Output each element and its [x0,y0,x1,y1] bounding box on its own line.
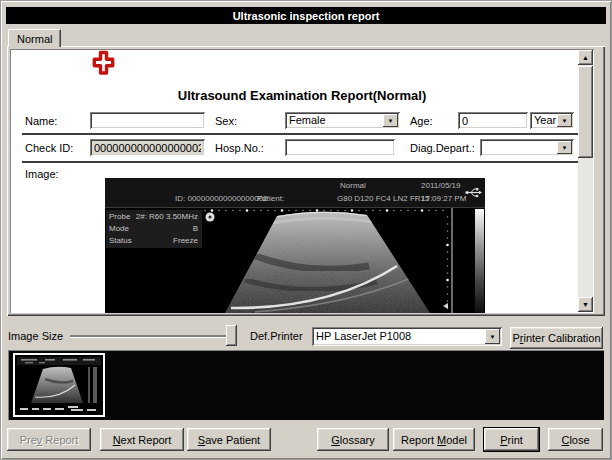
scroll-down-button[interactable]: ▼ [578,297,593,312]
probe-label: Probe [109,212,130,221]
sex-dropdown-arrow-icon[interactable]: ▼ [383,114,398,127]
name-label: Name: [25,115,57,127]
sex-select[interactable]: Female ▼ [285,112,400,129]
hosp-no-label: Hosp.No.: [215,142,264,154]
us-patient-label: Patient: [257,194,284,203]
print-button[interactable]: Print [483,427,540,452]
us-preset: Normal [340,181,366,190]
probe-value: 2#: R60 3.50MHz [136,212,198,221]
window-title: Ultrasonic inspection report [233,10,380,22]
glossary-button[interactable]: Glossary [317,428,389,451]
up-arrow-icon: ▲ [582,54,589,61]
age-input[interactable] [458,112,528,129]
divider [22,161,578,163]
check-id-input[interactable] [90,139,205,156]
us-date: 2011/05/19 [421,181,460,190]
image-size-slider-thumb[interactable] [226,325,237,346]
us-params: G80 D120 FC4 LN2 FR15 [337,194,430,203]
check-id-label: Check ID: [25,142,73,154]
report-title: Ultrasound Examination Report(Normal) [10,88,594,103]
us-time: 17:09:27 PM [421,194,466,203]
def-printer-label: Def.Printer [250,330,303,342]
sex-label: Sex: [215,115,237,127]
ultrasonic-report-window: Ultrasonic inspection report Normal Ultr… [0,0,612,460]
medical-cross-icon [92,50,115,78]
divider [22,133,578,135]
report-scroll-area: Ultrasound Examination Report(Normal) Na… [10,49,594,313]
scroll-up-button[interactable]: ▲ [578,50,593,65]
ultrasound-image: Normal 2011/05/19 ID: 000000000000000002… [105,178,485,313]
age-unit-select[interactable]: Year ▼ [530,112,574,129]
thumbnail-selected[interactable] [13,353,105,417]
printer-select[interactable]: HP LaserJet P1008 ▼ [312,327,502,346]
name-input[interactable] [90,112,205,129]
prev-report-button: Prev Report [7,428,91,451]
diag-depart-label: Diag.Depart.: [410,142,475,154]
status-label: Status [109,236,132,245]
image-label: Image: [25,168,59,180]
close-button[interactable]: Close [548,428,603,451]
grayscale-bar [475,209,484,313]
ultrasound-header: Normal 2011/05/19 ID: 000000000000000002… [105,178,485,208]
status-value: Freeze [173,236,198,245]
us-id: ID: 000000000000000002 [175,194,268,203]
report-model-button[interactable]: Report Model [393,428,475,451]
image-size-slider-track[interactable] [70,335,237,337]
ultrasound-info-box: Probe 2#: R60 3.50MHz Mode B Status Free… [106,210,202,248]
next-report-button[interactable]: Next Report [100,428,184,451]
printer-calibration-button[interactable]: Printer Calibration [510,327,603,349]
printer-name: HP LaserJet P1008 [316,330,411,342]
image-size-label: Image Size [8,330,63,342]
age-label: Age: [410,115,433,127]
mode-value: B [193,224,198,233]
tab-label: Normal [17,33,52,45]
vertical-scrollbar[interactable]: ▲ ▼ [578,50,593,312]
usb-icon [465,187,482,198]
down-arrow-icon: ▼ [582,301,589,308]
age-unit-value: Year [534,114,556,126]
sex-value: Female [289,114,326,126]
age-unit-dropdown-arrow-icon[interactable]: ▼ [557,114,572,127]
diag-depart-dropdown-arrow-icon[interactable]: ▼ [557,141,572,154]
hosp-no-input[interactable] [285,139,395,156]
mode-label: Mode [109,224,129,233]
tab-normal[interactable]: Normal [8,29,61,47]
scrollbar-thumb[interactable] [578,66,593,158]
save-patient-button[interactable]: Save Patient [187,428,271,451]
diag-depart-select[interactable]: ▼ [480,139,574,156]
printer-dropdown-arrow-icon[interactable]: ▼ [485,329,500,344]
thumbnail-strip [8,350,604,420]
window-titlebar[interactable]: Ultrasonic inspection report [6,7,606,24]
